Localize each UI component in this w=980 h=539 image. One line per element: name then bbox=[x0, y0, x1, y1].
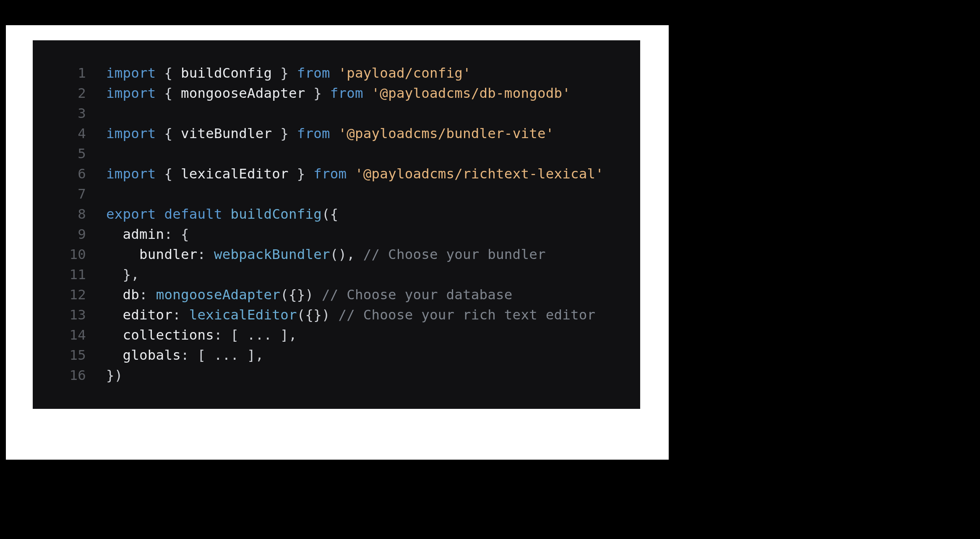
code-line: 8export default buildConfig({ bbox=[33, 204, 640, 224]
token-ident: editor bbox=[123, 307, 173, 323]
token-punc bbox=[106, 226, 123, 242]
token-kw: default bbox=[164, 206, 222, 222]
code-content: collections: [ ... ], bbox=[106, 325, 297, 345]
code-content: globals: [ ... ], bbox=[106, 345, 264, 365]
token-punc bbox=[106, 307, 123, 323]
token-punc bbox=[330, 65, 339, 81]
code-content: export default buildConfig({ bbox=[106, 204, 339, 224]
code-content: import { lexicalEditor } from '@payloadc… bbox=[106, 164, 604, 184]
code-line: 5 bbox=[33, 144, 640, 164]
token-punc: } bbox=[272, 126, 297, 141]
token-kw: from bbox=[297, 126, 330, 141]
code-line: 16}) bbox=[33, 365, 640, 385]
code-line: 12 db: mongooseAdapter({}) // Choose you… bbox=[33, 285, 640, 305]
token-call: mongooseAdapter bbox=[156, 287, 281, 303]
token-punc bbox=[347, 166, 355, 182]
line-number: 7 bbox=[33, 184, 106, 204]
token-ident: collections bbox=[123, 327, 214, 343]
code-line: 1import { buildConfig } from 'payload/co… bbox=[33, 63, 640, 83]
line-number: 14 bbox=[33, 325, 106, 345]
token-str: '@payloadcms/richtext-lexical' bbox=[355, 166, 604, 182]
token-punc: (), bbox=[330, 246, 363, 262]
token-call: webpackBundler bbox=[214, 246, 330, 262]
token-kw: from bbox=[313, 166, 347, 182]
line-number: 6 bbox=[33, 164, 106, 184]
token-punc bbox=[106, 246, 139, 262]
token-kw: import bbox=[106, 65, 156, 81]
token-call: lexicalEditor bbox=[189, 307, 297, 323]
token-punc: { bbox=[156, 85, 181, 101]
token-punc bbox=[363, 85, 372, 101]
code-line: 7 bbox=[33, 184, 640, 204]
token-str: '@payloadcms/db-mongodb' bbox=[372, 85, 571, 101]
code-content: import { buildConfig } from 'payload/con… bbox=[106, 63, 471, 83]
code-content: import { viteBundler } from '@payloadcms… bbox=[106, 123, 554, 144]
token-punc: }) bbox=[106, 367, 123, 383]
code-line: 4import { viteBundler } from '@payloadcm… bbox=[33, 123, 640, 144]
token-punc: : bbox=[139, 287, 156, 303]
code-line: 13 editor: lexicalEditor({}) // Choose y… bbox=[33, 305, 640, 325]
token-punc: { bbox=[156, 126, 181, 141]
token-punc bbox=[156, 206, 164, 222]
token-punc: : bbox=[172, 307, 189, 323]
code-content: db: mongooseAdapter({}) // Choose your d… bbox=[106, 285, 513, 305]
line-number: 2 bbox=[33, 83, 106, 103]
line-number: 12 bbox=[33, 285, 106, 305]
code-line: 3 bbox=[33, 103, 640, 123]
token-kw: from bbox=[297, 65, 330, 81]
token-ident: globals bbox=[123, 347, 181, 363]
code-line: 6import { lexicalEditor } from '@payload… bbox=[33, 164, 640, 184]
token-punc: }, bbox=[106, 267, 139, 283]
token-punc: } bbox=[289, 166, 313, 182]
line-number: 5 bbox=[33, 144, 106, 164]
line-number: 13 bbox=[33, 305, 106, 325]
code-content: bundler: webpackBundler(), // Choose you… bbox=[106, 244, 546, 264]
token-kw: import bbox=[106, 85, 156, 101]
code-line: 9 admin: { bbox=[33, 224, 640, 244]
token-punc: ({}) bbox=[280, 287, 322, 303]
token-call: buildConfig bbox=[231, 206, 322, 222]
token-ident: db bbox=[123, 287, 140, 303]
code-line: 10 bundler: webpackBundler(), // Choose … bbox=[33, 244, 640, 264]
line-number: 15 bbox=[33, 345, 106, 365]
token-punc bbox=[106, 327, 123, 343]
token-str: 'payload/config' bbox=[339, 65, 471, 81]
code-block: 1import { buildConfig } from 'payload/co… bbox=[33, 63, 640, 385]
token-ident: admin bbox=[123, 226, 164, 242]
line-number: 1 bbox=[33, 63, 106, 83]
code-content: admin: { bbox=[106, 224, 189, 244]
code-line: 11 }, bbox=[33, 264, 640, 285]
token-punc bbox=[106, 287, 123, 303]
code-content: import { mongooseAdapter } from '@payloa… bbox=[106, 83, 571, 103]
line-number: 8 bbox=[33, 204, 106, 224]
code-line: 14 collections: [ ... ], bbox=[33, 325, 640, 345]
token-punc: ({}) bbox=[297, 307, 339, 323]
code-line: 2import { mongooseAdapter } from '@paylo… bbox=[33, 83, 640, 103]
token-ident: bundler bbox=[139, 246, 197, 262]
token-punc: ({ bbox=[322, 206, 339, 222]
line-number: 16 bbox=[33, 365, 106, 385]
line-number: 11 bbox=[33, 264, 106, 285]
token-punc: } bbox=[272, 65, 297, 81]
token-cmt: // Choose your database bbox=[322, 287, 513, 303]
line-number: 10 bbox=[33, 244, 106, 264]
token-ident: viteBundler bbox=[181, 126, 272, 141]
line-number: 9 bbox=[33, 224, 106, 244]
token-kw: import bbox=[106, 166, 156, 182]
token-punc bbox=[106, 347, 123, 363]
image-frame: 1import { buildConfig } from 'payload/co… bbox=[6, 25, 669, 460]
code-content: editor: lexicalEditor({}) // Choose your… bbox=[106, 305, 595, 325]
token-kw: import bbox=[106, 126, 156, 141]
code-line: 15 globals: [ ... ], bbox=[33, 345, 640, 365]
token-kw: from bbox=[330, 85, 363, 101]
token-str: '@payloadcms/bundler-vite' bbox=[339, 126, 554, 141]
token-punc: { bbox=[156, 166, 181, 182]
code-content: }, bbox=[106, 264, 139, 285]
token-punc: : [ ... ], bbox=[181, 347, 264, 363]
token-cmt: // Choose your bundler bbox=[363, 246, 546, 262]
line-number: 3 bbox=[33, 103, 106, 123]
token-kw: export bbox=[106, 206, 156, 222]
noise-background: 1import { buildConfig } from 'payload/co… bbox=[14, 34, 660, 451]
token-punc: : { bbox=[164, 226, 189, 242]
token-punc: } bbox=[305, 85, 330, 101]
